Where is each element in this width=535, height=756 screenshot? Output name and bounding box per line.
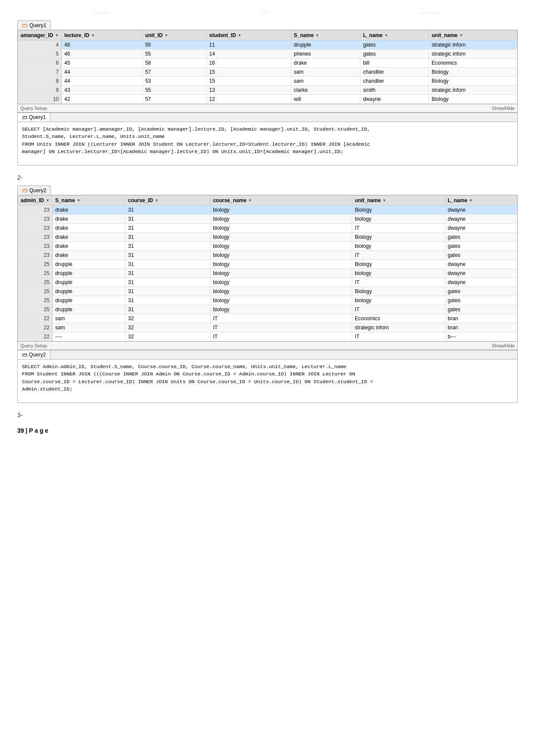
query2-sql-editor: 🗃 Query2 SELECT Admin.admin_ID, Student.… [17, 350, 518, 403]
l-name-arrow[interactable]: ▼ [385, 33, 388, 37]
table-row[interactable]: 25 drupple 31 biology Biology dwayne [18, 260, 517, 269]
unit-name-cell: IT [352, 278, 445, 287]
table-row[interactable]: 25 drupple 31 biology Biology gates [18, 287, 517, 296]
col-lecture-id[interactable]: lecture_ID ▼ [62, 31, 142, 41]
unit-name-cell: Biology [352, 287, 445, 296]
query2-tab-bar: 🗃 Query2 [17, 185, 518, 195]
table-row[interactable]: 22 ---- 32 IT IT b--- [18, 332, 517, 341]
query1-table: amanager_ID ▼ lecture_ID ▼ unit_ID [18, 30, 517, 104]
q2-admin-id-arrow[interactable]: ▼ [46, 198, 50, 203]
query2-bottom-right[interactable]: Show/Hide [492, 343, 515, 348]
col-unit-id-label: unit_ID [145, 32, 163, 38]
query1-bottom-left[interactable]: Query Setup [20, 106, 47, 111]
col-unit-name[interactable]: unit_name ▼ [429, 31, 517, 41]
l-name-cell: gates [445, 305, 517, 314]
col-amanager-id[interactable]: amanager_ID ▼ [18, 31, 62, 41]
table-row[interactable]: 9 43 55 13 clarke smith strategic inforn [18, 86, 517, 95]
course-name-cell: biology [210, 305, 352, 314]
course-name-cell: IT [210, 332, 352, 341]
table-row[interactable]: 5 46 55 14 phenes gates strategic inforn [18, 50, 517, 59]
unit-name-cell: Biology [352, 260, 445, 269]
lecture-id-cell: 45 [62, 59, 142, 68]
table-row[interactable]: 8 44 53 15 sam chandlier Biology [18, 77, 517, 86]
q2-col-course-id[interactable]: course_ID ▼ [125, 196, 210, 206]
unit-name-cell: IT [352, 224, 445, 233]
s-name-cell: drake [291, 59, 360, 68]
query2-sql-text[interactable]: SELECT Admin.admin_ID, Student.S_name, C… [18, 359, 517, 403]
query1-sql-tab[interactable]: 🗃 Query1 [18, 113, 50, 122]
l-name-cell: gates [445, 251, 517, 260]
unit-name-arrow[interactable]: ▼ [459, 33, 463, 37]
q2-course-name-arrow[interactable]: ▼ [248, 198, 252, 203]
query2-bottom-left[interactable]: Query Setup [20, 343, 47, 348]
col-student-id[interactable]: student_ID ▼ [206, 31, 291, 41]
section3-label: 3- [17, 412, 518, 419]
query1-sql-text[interactable]: SELECT [Academic manager].amanager_ID, [… [18, 122, 517, 165]
table-row[interactable]: 22 sam 32 IT strategic inforn bran [18, 323, 517, 332]
q2-s-name-arrow[interactable]: ▼ [77, 198, 81, 203]
table-row[interactable]: 4 46 55 11 drupple gates strategic infor… [18, 41, 517, 50]
s-name-arrow[interactable]: ▼ [316, 33, 319, 37]
unit-name-cell: Biology [429, 95, 517, 104]
lecture-id-cell: 43 [62, 86, 142, 95]
table-row[interactable]: 25 drupple 31 biology biology gates [18, 296, 517, 305]
table-row[interactable]: 25 drupple 31 biology biology dwayne [18, 269, 517, 278]
col-s-name[interactable]: S_name ▼ [291, 31, 360, 41]
row-num: 22 [18, 332, 53, 341]
table-row[interactable]: 7 44 57 15 sam chandlier Biology [18, 68, 517, 77]
l-name-cell: gates [445, 296, 517, 305]
table-row[interactable]: 23 drake 31 biology biology gates [18, 242, 517, 251]
lecture-id-arrow[interactable]: ▼ [91, 33, 95, 37]
unit-id-arrow[interactable]: ▼ [164, 33, 168, 37]
query1-header-row: amanager_ID ▼ lecture_ID ▼ unit_ID [18, 31, 517, 41]
col-l-name[interactable]: L_name ▼ [360, 31, 429, 41]
section2-label: 2- [17, 174, 518, 181]
unit-name-cell: biology [352, 215, 445, 224]
q2-col-l-name[interactable]: L_name ▼ [445, 196, 517, 206]
row-num: 23 [18, 233, 53, 242]
l-name-cell: dwayne [445, 269, 517, 278]
q2-unit-name-arrow[interactable]: ▼ [382, 198, 386, 203]
q2-col-course-name[interactable]: course_name ▼ [210, 196, 352, 206]
q2-s-name-label: S_name [55, 197, 75, 203]
unit-id-cell: 55 [142, 86, 206, 95]
page-number: 39 | P a g e [17, 427, 518, 434]
query1-bottom-right[interactable]: Show/Hide [492, 106, 515, 111]
table-row[interactable]: 23 drake 31 biology biology dwayne [18, 215, 517, 224]
q2-col-admin-id[interactable]: admin_ID ▼ [18, 196, 53, 206]
query1-tab-label: Query1 [29, 22, 46, 28]
query1-sql-editor: 🗃 Query1 SELECT [Academic manager].amana… [17, 112, 518, 166]
q2-col-unit-name[interactable]: unit_name ▼ [352, 196, 445, 206]
row-num: 23 [18, 251, 53, 260]
col-unit-name-label: unit_name [432, 32, 457, 38]
table-row[interactable]: 23 drake 31 biology IT dwayne [18, 224, 517, 233]
student-id-arrow[interactable]: ▼ [238, 33, 241, 37]
table-row[interactable]: 23 drake 31 biology Biology gates [18, 233, 517, 242]
table-row[interactable]: 10 42 57 12 will dwayne Biology [18, 95, 517, 104]
col-unit-id[interactable]: unit_ID ▼ [142, 31, 206, 41]
q2-l-name-arrow[interactable]: ▼ [469, 198, 473, 203]
course-id-cell: 31 [125, 260, 210, 269]
row-num: 23 [18, 224, 53, 233]
table-row[interactable]: 25 drupple 31 biology IT dwayne [18, 278, 517, 287]
table-row[interactable]: 22 sam 32 IT Economics bran [18, 314, 517, 323]
table-row[interactable]: 6 45 58 16 drake bill Economics [18, 59, 517, 68]
table-row[interactable]: 23 drake 31 biology IT gates [18, 251, 517, 260]
s-name-cell: drupple [52, 278, 125, 287]
amanager-id-arrow[interactable]: ▼ [55, 33, 59, 37]
query2-sql-tab[interactable]: 🗃 Query2 [18, 350, 50, 359]
unit-name-cell: Economics [352, 314, 445, 323]
course-name-cell: biology [210, 296, 352, 305]
table-row[interactable]: 23 drake 31 biology Biology dwayne [18, 206, 517, 215]
course-name-cell: biology [210, 206, 352, 215]
unit-name-cell: biology [352, 242, 445, 251]
s-name-cell: drupple [52, 287, 125, 296]
l-name-cell: dwayne [445, 224, 517, 233]
query2-tab[interactable]: 🗃 Query2 [17, 185, 51, 195]
table-row[interactable]: 25 drupple 31 biology IT gates [18, 305, 517, 314]
query1-tab[interactable]: 🗃 Query1 [17, 20, 51, 30]
s-name-cell: drupple [52, 296, 125, 305]
course-id-cell: 31 [125, 251, 210, 260]
q2-course-id-arrow[interactable]: ▼ [155, 198, 159, 203]
q2-col-s-name[interactable]: S_name ▼ [52, 196, 125, 206]
